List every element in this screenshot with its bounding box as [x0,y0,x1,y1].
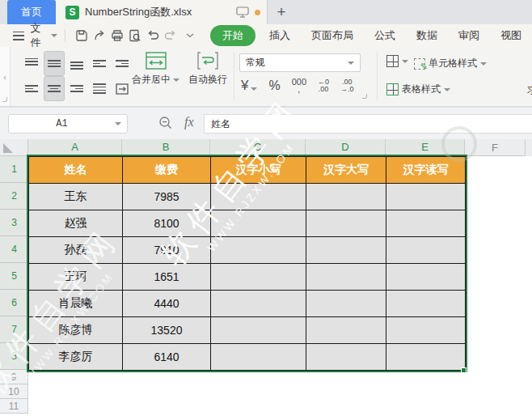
ribbon-tab-插入[interactable]: 插入 [259,25,301,46]
cell-E3[interactable] [386,210,466,237]
cell-D6[interactable] [306,291,386,317]
share-to-screen-icon[interactable] [236,6,249,18]
percent-format-button[interactable]: % [268,79,280,93]
cell-C5[interactable] [211,264,306,291]
borders-button[interactable] [386,55,408,67]
document-tab[interactable]: S NumberString函数.xlsx [56,0,268,24]
cell-A5[interactable]: 王珂 [29,264,123,291]
currency-format-button[interactable]: ¥ [241,78,257,94]
justify-button[interactable] [89,76,110,101]
row-header-11[interactable]: 11 [0,399,28,414]
cell-A2[interactable]: 王东 [29,184,123,210]
row-header-4[interactable]: 4 [0,236,28,263]
row-header-5[interactable]: 5 [0,263,28,290]
cell-C3[interactable] [211,210,306,237]
align-right-button[interactable] [66,76,87,101]
print-button[interactable] [108,27,126,45]
comma-format-button[interactable]: 000, [292,79,306,93]
header-cell-E1[interactable]: 汉字读写 [386,157,466,184]
header-cell-C1[interactable]: 汉字小写 [211,157,306,184]
ribbon-tab-公式[interactable]: 公式 [364,25,406,46]
text-orientation-button[interactable] [112,76,133,101]
cell-A3[interactable]: 赵强 [29,210,123,237]
row-header-10[interactable]: 10 [0,384,28,399]
column-header-F[interactable]: F [465,139,526,156]
new-tab-button[interactable]: + [268,0,295,24]
row-header-7[interactable]: 7 [0,316,28,343]
row-header-8[interactable]: 8 [0,343,28,370]
select-all-corner[interactable] [0,139,28,156]
cell-D4[interactable] [306,237,386,264]
row-header-9[interactable]: 9 [0,370,28,384]
column-header-E[interactable]: E [386,139,465,156]
decrease-indent-button[interactable] [89,51,110,76]
hamburger-menu-icon[interactable] [13,32,24,40]
cell-B3[interactable]: 8100 [123,210,211,237]
name-box[interactable]: A1 [8,114,128,134]
cell-A4[interactable]: 孙磊 [29,237,123,264]
wrap-text-button[interactable]: 自动换行 [188,52,227,87]
number-group-launcher[interactable] [362,94,367,99]
row-header-6[interactable]: 6 [0,290,28,316]
cell-B8[interactable]: 6140 [123,344,211,371]
cell-A7[interactable]: 陈彦博 [29,317,123,344]
column-header-A[interactable]: A [28,139,122,156]
align-center-button[interactable] [44,76,65,101]
export-button[interactable] [91,27,108,45]
number-format-dropdown[interactable]: 常规 [239,53,361,72]
column-header-D[interactable]: D [306,139,386,156]
cell-D8[interactable] [306,344,386,371]
undo-button[interactable] [144,27,162,45]
row-header-1[interactable]: 1 [0,156,28,183]
align-left-button[interactable] [21,76,42,101]
ribbon-tab-数据[interactable]: 数据 [406,25,448,46]
print-preview-button[interactable] [126,27,144,45]
ribbon-tab-视图[interactable]: 视图 [490,25,532,46]
cell-E6[interactable] [386,291,466,317]
increase-indent-button[interactable] [112,51,133,76]
align-top-button[interactable] [21,51,42,76]
column-header-B[interactable]: B [122,139,210,156]
quick-access-more-chevron-icon[interactable] [181,27,199,45]
cell-D2[interactable] [306,184,386,210]
cell-E8[interactable] [386,344,466,371]
formula-input[interactable]: 姓名 [204,114,532,134]
cell-D7[interactable] [306,317,386,344]
cell-style-button[interactable]: ✎ 单元格样式 [414,57,487,70]
cell-C6[interactable] [211,291,306,317]
decrease-decimal-button[interactable]: .00 →.0 [340,79,354,93]
cell-E5[interactable] [386,264,466,291]
cell-C2[interactable] [211,184,306,210]
align-bottom-button[interactable] [66,51,87,76]
cell-D3[interactable] [306,210,386,237]
ribbon-tab-开始[interactable]: 开始 [210,25,255,46]
header-cell-B1[interactable]: 缴费 [123,157,211,184]
cell-B7[interactable]: 13520 [123,317,211,344]
header-cell-A1[interactable]: 姓名 [29,157,123,184]
sum-button-clipped[interactable]: 求 [527,83,532,97]
cell-A8[interactable]: 李彦厉 [29,344,123,371]
save-button[interactable] [73,27,91,45]
insert-function-button[interactable]: fx [184,115,194,129]
cell-C4[interactable] [211,237,306,264]
zoom-out-icon[interactable] [158,116,173,134]
left-group-launcher[interactable] [2,97,7,102]
cell-E2[interactable] [386,184,466,210]
table-style-button[interactable]: 表格样式 [386,83,450,96]
cell-C8[interactable] [211,344,306,371]
cell-D5[interactable] [306,264,386,291]
cell-B6[interactable]: 4440 [123,291,211,317]
cell-B2[interactable]: 7985 [123,184,211,210]
row-header-2[interactable]: 2 [0,183,28,210]
merge-center-button[interactable]: 合并居中 [132,52,179,87]
selection-fill-handle[interactable] [461,367,467,373]
redo-button[interactable] [162,27,179,45]
file-menu-chevron-icon[interactable] [51,34,57,37]
cell-A6[interactable]: 肖晨曦 [29,291,123,317]
ribbon-tab-审阅[interactable]: 审阅 [448,25,490,46]
column-header-C[interactable]: C [210,139,306,156]
ribbon-tab-页面布局[interactable]: 页面布局 [301,25,364,46]
header-cell-D1[interactable]: 汉字大写 [306,157,386,184]
cell-C7[interactable] [211,317,306,344]
increase-decimal-button[interactable]: ←0 .00 [318,79,329,93]
